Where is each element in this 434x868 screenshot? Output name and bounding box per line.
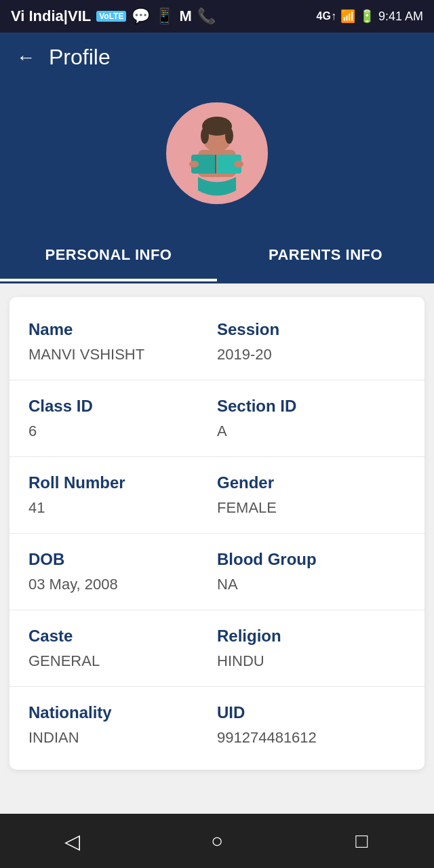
gender-label: Gender <box>217 473 406 492</box>
signal-bars-icon: 📶 <box>340 9 355 24</box>
info-cell-blood-group: Blood Group NA <box>217 550 406 593</box>
status-bar: Vi India|VIL VoLTE 💬 📱 M 📞 4G↑ 📶 🔋 9:41 … <box>0 0 434 33</box>
svg-point-10 <box>234 161 243 167</box>
info-row-class-section: Class ID 6 Section ID A <box>9 380 425 457</box>
gmail-icon: M <box>179 7 191 25</box>
nationality-label: Nationality <box>28 703 217 722</box>
signal-text: 4G↑ <box>317 10 336 22</box>
header: ← Profile <box>0 33 434 82</box>
info-cell-caste: Caste GENERAL <box>28 627 217 670</box>
info-cell-class-id: Class ID 6 <box>28 397 217 440</box>
carrier-text: Vi India|VIL <box>11 7 91 25</box>
whatsapp-icon: 📱 <box>155 7 174 25</box>
avatar <box>166 102 268 204</box>
uid-label: UID <box>217 703 406 722</box>
section-id-label: Section ID <box>217 397 406 416</box>
blood-group-label: Blood Group <box>217 550 406 569</box>
nationality-value: INDIAN <box>28 729 217 747</box>
home-nav-button[interactable]: ○ <box>197 821 237 861</box>
info-cell-session: Session 2019-20 <box>217 320 406 363</box>
info-row-nationality-uid: Nationality INDIAN UID 991274481612 <box>9 687 425 763</box>
svg-point-4 <box>225 127 233 144</box>
gender-value: FEMALE <box>217 499 406 517</box>
info-row-name-session: Name MANVI VSHISHT Session 2019-20 <box>9 304 425 380</box>
battery-icon: 🔋 <box>359 9 374 24</box>
section-id-value: A <box>217 422 406 440</box>
info-cell-name: Name MANVI VSHISHT <box>28 320 217 363</box>
info-cell-uid: UID 991274481612 <box>217 703 406 747</box>
class-id-label: Class ID <box>28 397 217 416</box>
uid-value: 991274481612 <box>217 729 406 747</box>
svg-point-9 <box>189 161 199 167</box>
call-icon: 📞 <box>197 7 216 25</box>
name-value: MANVI VSHISHT <box>28 346 217 363</box>
info-cell-section-id: Section ID A <box>217 397 406 440</box>
roll-number-label: Roll Number <box>28 473 217 492</box>
info-cell-nationality: Nationality INDIAN <box>28 703 217 747</box>
back-nav-button[interactable]: ◁ <box>52 821 93 861</box>
blood-group-value: NA <box>217 576 406 593</box>
tab-parents-info[interactable]: PARENTS INFO <box>217 231 434 281</box>
dob-label: DOB <box>28 550 217 569</box>
class-id-value: 6 <box>28 422 217 440</box>
personal-info-card: Name MANVI VSHISHT Session 2019-20 Class… <box>9 297 425 770</box>
session-value: 2019-20 <box>217 346 406 363</box>
info-row-caste-religion: Caste GENERAL Religion HINDU <box>9 610 425 687</box>
info-row-dob-blood: DOB 03 May, 2008 Blood Group NA <box>9 534 425 610</box>
roll-number-value: 41 <box>28 499 217 517</box>
page-title: Profile <box>49 45 111 70</box>
info-cell-religion: Religion HINDU <box>217 627 406 670</box>
volte-badge: VoLTE <box>96 11 126 22</box>
avatar-section <box>0 82 434 231</box>
religion-label: Religion <box>217 627 406 646</box>
info-cell-dob: DOB 03 May, 2008 <box>28 550 217 593</box>
msg-icon: 💬 <box>132 7 150 25</box>
caste-label: Caste <box>28 627 217 646</box>
status-right: 4G↑ 📶 🔋 9:41 AM <box>317 9 423 24</box>
info-row-roll-gender: Roll Number 41 Gender FEMALE <box>9 457 425 534</box>
tab-personal-info[interactable]: PERSONAL INFO <box>0 231 217 281</box>
avatar-image <box>170 106 264 201</box>
bottom-nav: ◁ ○ □ <box>0 814 434 868</box>
back-button[interactable]: ← <box>16 48 35 67</box>
dob-value: 03 May, 2008 <box>28 576 217 593</box>
caste-value: GENERAL <box>28 652 217 670</box>
info-cell-roll-number: Roll Number 41 <box>28 473 217 517</box>
religion-value: HINDU <box>217 652 406 670</box>
tabs-container: PERSONAL INFO PARENTS INFO <box>0 231 434 283</box>
info-cell-gender: Gender FEMALE <box>217 473 406 517</box>
svg-point-3 <box>201 127 209 144</box>
recent-nav-button[interactable]: □ <box>341 821 382 861</box>
name-label: Name <box>28 320 217 339</box>
carrier-info: Vi India|VIL VoLTE 💬 📱 M 📞 <box>11 7 216 25</box>
time-display: 9:41 AM <box>378 9 423 24</box>
session-label: Session <box>217 320 406 339</box>
